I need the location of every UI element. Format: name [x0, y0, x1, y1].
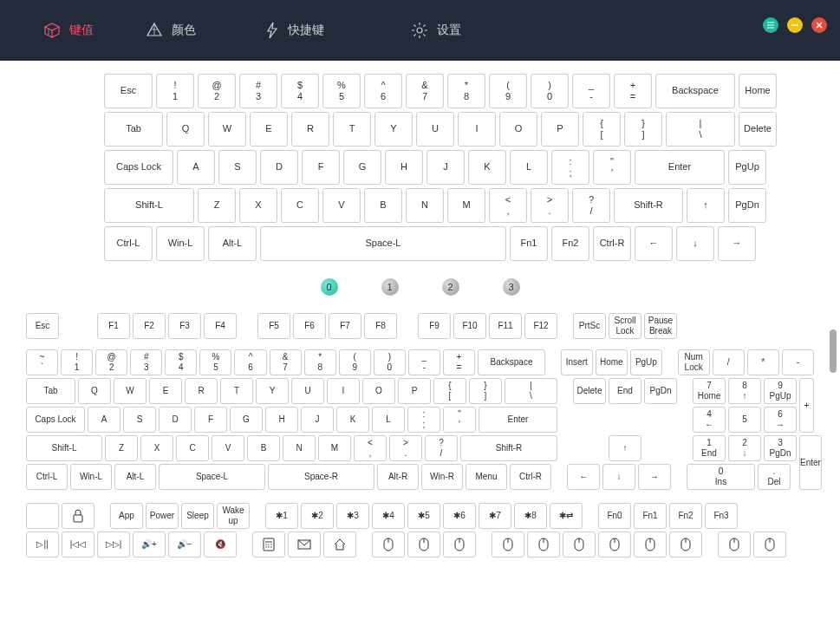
key-rbracket[interactable]: } ]: [624, 112, 662, 147]
key-enter[interactable]: Enter: [635, 150, 725, 185]
key-x[interactable]: X: [140, 435, 173, 461]
key-mouse-5[interactable]: [527, 531, 560, 557]
key-bt1[interactable]: ✱1: [265, 503, 298, 529]
key-e[interactable]: E: [250, 112, 288, 147]
key-f6[interactable]: F6: [293, 313, 326, 339]
key-bt8[interactable]: ✱8: [514, 503, 547, 529]
key-bt6[interactable]: ✱6: [443, 503, 476, 529]
key-n[interactable]: N: [406, 188, 444, 223]
key-h[interactable]: H: [385, 150, 423, 185]
key-grave[interactable]: ~ `: [26, 349, 58, 375]
key-0[interactable]: ) 0: [531, 74, 569, 108]
key-r[interactable]: R: [291, 112, 329, 147]
key-pgup[interactable]: PgUp: [630, 349, 662, 375]
key-up[interactable]: ↑: [687, 188, 725, 223]
key-wakeup[interactable]: Wake up: [217, 503, 250, 529]
key-prev[interactable]: |◁◁: [62, 531, 94, 557]
key-comma[interactable]: < ,: [354, 435, 387, 461]
key-nummul[interactable]: *: [747, 349, 779, 375]
key-right[interactable]: →: [718, 226, 756, 261]
key-equals[interactable]: + =: [614, 74, 652, 108]
key-space-l[interactable]: Space-L: [159, 464, 265, 490]
key-q[interactable]: Q: [78, 378, 111, 404]
key-9[interactable]: ( 9: [489, 74, 527, 108]
key-f[interactable]: F: [194, 407, 227, 433]
key-right[interactable]: →: [638, 464, 671, 490]
key-1[interactable]: ! 1: [61, 349, 93, 375]
key-s[interactable]: S: [123, 407, 156, 433]
key-numplus[interactable]: +: [799, 378, 814, 433]
key-3[interactable]: # 3: [239, 74, 277, 108]
key-u[interactable]: U: [416, 112, 454, 147]
key-v[interactable]: V: [322, 188, 361, 223]
key-s[interactable]: S: [218, 150, 257, 185]
key-tab[interactable]: Tab: [26, 378, 75, 404]
key-g[interactable]: G: [230, 407, 263, 433]
layer-2[interactable]: 2: [442, 278, 459, 296]
key-left[interactable]: ←: [635, 226, 673, 261]
key-8[interactable]: * 8: [447, 74, 485, 108]
key-shift-l[interactable]: Shift-L: [104, 188, 194, 223]
key-alt-r[interactable]: Alt-R: [377, 464, 419, 490]
key-a[interactable]: A: [177, 150, 215, 185]
key-c[interactable]: C: [176, 435, 209, 461]
key-f3[interactable]: F3: [168, 313, 201, 339]
key-n[interactable]: N: [283, 435, 316, 461]
key-j[interactable]: J: [427, 150, 465, 185]
key-7[interactable]: & 7: [270, 349, 302, 375]
key-4[interactable]: $ 4: [281, 74, 319, 108]
key-i[interactable]: I: [327, 378, 360, 404]
key-down[interactable]: ↓: [676, 226, 714, 261]
key-sleep[interactable]: Sleep: [181, 503, 214, 529]
key-d[interactable]: D: [159, 407, 192, 433]
tab-color[interactable]: 颜色: [146, 22, 196, 39]
key-slash[interactable]: ? /: [425, 435, 458, 461]
key-blank[interactable]: [26, 503, 59, 529]
key-num4[interactable]: 4 ←: [693, 407, 726, 433]
key-j[interactable]: J: [301, 407, 334, 433]
key-bt2[interactable]: ✱2: [301, 503, 334, 529]
key-t[interactable]: T: [333, 112, 371, 147]
key-mouse-1[interactable]: [372, 531, 405, 557]
tab-keyvalue[interactable]: 键值: [43, 22, 94, 39]
key-mouse-9[interactable]: [669, 531, 702, 557]
key-alt-l[interactable]: Alt-L: [114, 464, 156, 490]
key-caps[interactable]: Caps Lock: [26, 407, 85, 433]
key-shift-r[interactable]: Shift-R: [460, 435, 557, 461]
key-lock[interactable]: [62, 503, 94, 529]
key-semi[interactable]: : ;: [407, 407, 440, 433]
key-pause[interactable]: Pause Break: [644, 313, 677, 339]
tab-shortcut[interactable]: 快捷键: [265, 22, 324, 39]
key-fn2[interactable]: Fn2: [551, 226, 589, 261]
key-fn1[interactable]: Fn1: [634, 503, 667, 529]
key-volup[interactable]: 🔊+: [133, 531, 166, 557]
key-backslash[interactable]: | \: [666, 112, 735, 147]
key-shift-r[interactable]: Shift-R: [614, 188, 683, 223]
key-r[interactable]: R: [185, 378, 218, 404]
key-num8[interactable]: 8 ↑: [728, 378, 761, 404]
key-f8[interactable]: F8: [364, 313, 397, 339]
minimize-button[interactable]: [787, 17, 803, 33]
key-4[interactable]: $ 4: [165, 349, 197, 375]
key-o[interactable]: O: [499, 112, 537, 147]
key-shift-l[interactable]: Shift-L: [26, 435, 102, 461]
key-power[interactable]: Power: [146, 503, 179, 529]
key-numsub[interactable]: -: [782, 349, 814, 375]
key-down[interactable]: ↓: [602, 464, 635, 490]
key-delete[interactable]: Delete: [739, 112, 777, 147]
key-lbr[interactable]: { [: [433, 378, 466, 404]
key-bt3[interactable]: ✱3: [336, 503, 369, 529]
key-mute[interactable]: 🔇: [204, 531, 237, 557]
key-mouse-2[interactable]: [407, 531, 440, 557]
key-m[interactable]: M: [447, 188, 485, 223]
key-capslock[interactable]: Caps Lock: [104, 150, 173, 185]
key-space[interactable]: Space-L: [260, 226, 506, 261]
key-mouse-11[interactable]: [753, 531, 786, 557]
key-k[interactable]: K: [468, 150, 506, 185]
key-k[interactable]: K: [336, 407, 369, 433]
key-menu[interactable]: Menu: [466, 464, 507, 490]
key-f9[interactable]: F9: [418, 313, 451, 339]
key-f4[interactable]: F4: [204, 313, 237, 339]
key-insert[interactable]: Insert: [561, 349, 593, 375]
key-num3[interactable]: 3 PgDn: [764, 435, 797, 461]
